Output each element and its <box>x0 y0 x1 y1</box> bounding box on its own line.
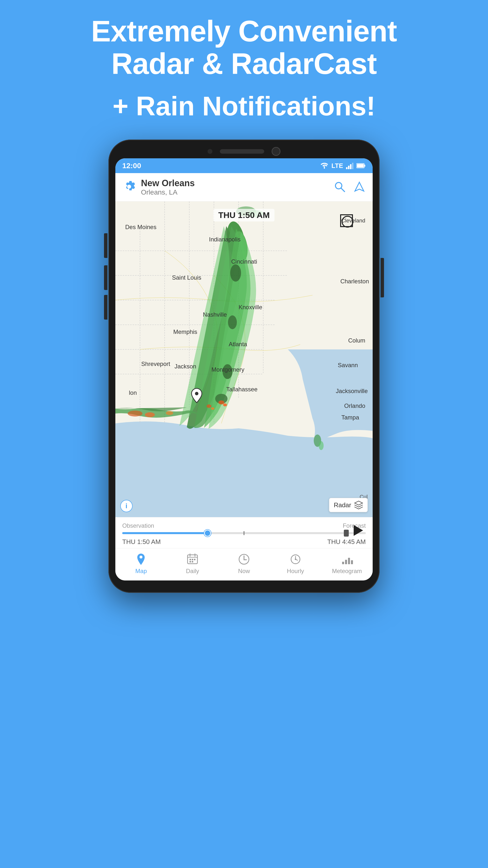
svg-rect-54 <box>342 562 344 564</box>
svg-rect-49 <box>192 561 193 562</box>
svg-point-28 <box>218 400 224 404</box>
navigation-icon <box>353 180 366 193</box>
layers-icon <box>354 501 363 509</box>
nav-item-hourly[interactable]: Hourly <box>270 553 321 575</box>
info-icon: i <box>120 500 133 512</box>
observation-label: Observation <box>122 522 154 529</box>
map-background <box>115 202 373 517</box>
timeline-end-thumb[interactable] <box>344 530 349 536</box>
header-section: Extremely Convenient Radar & RadarCast +… <box>0 0 488 132</box>
label-lon: lon <box>129 390 137 396</box>
location-pin <box>191 388 203 404</box>
label-memphis: Memphis <box>173 329 197 335</box>
city-name: New Orleans <box>141 178 333 188</box>
label-colum: Colum <box>348 337 365 344</box>
now-nav-icon <box>237 553 251 566</box>
daily-nav-icon <box>186 553 199 566</box>
signal-icon <box>346 162 353 169</box>
hourly-nav-icon <box>289 553 302 566</box>
status-bar: 12:00 LTE <box>115 158 373 173</box>
location-button[interactable] <box>353 180 366 194</box>
timeline-divider <box>244 531 245 535</box>
phone-speaker <box>220 149 264 154</box>
timeline-thumb[interactable] <box>204 530 211 536</box>
label-jackson: Jackson <box>174 363 196 370</box>
svg-point-39 <box>342 216 353 227</box>
now-nav-label: Now <box>238 568 250 575</box>
region-name: Orleans, LA <box>141 188 333 196</box>
timeline-bar[interactable] <box>122 532 366 534</box>
svg-point-32 <box>128 410 142 416</box>
label-savann: Savann <box>338 362 358 369</box>
phone-screen: 12:00 LTE <box>115 158 373 581</box>
label-knoxville: Knoxville <box>238 304 262 311</box>
play-button[interactable] <box>351 523 366 538</box>
svg-point-24 <box>230 265 241 282</box>
svg-point-30 <box>206 404 212 408</box>
nav-item-meteogram[interactable]: Meteogram <box>321 553 373 575</box>
timeline-labels: Observation Forecast <box>122 522 366 529</box>
timeline-progress <box>122 532 207 534</box>
status-icons: LTE <box>320 162 366 169</box>
search-button[interactable] <box>333 180 346 194</box>
cleveland-marker <box>340 214 353 227</box>
svg-rect-55 <box>345 560 347 564</box>
phone-mockup: 12:00 LTE <box>108 140 380 593</box>
timeline-section: Observation Forecast THU 1:50 AM THU 4:4… <box>115 517 373 548</box>
daily-nav-label: Daily <box>186 568 199 575</box>
status-time: 12:00 <box>122 161 141 170</box>
map-area[interactable]: Des Moines Cleveland Indianapolis Cincin… <box>115 202 373 517</box>
app-header: New Orleans Orleans, LA <box>115 173 373 202</box>
label-montgomery: Montgomery <box>212 366 244 373</box>
header-icons <box>333 180 366 194</box>
svg-rect-57 <box>351 560 353 564</box>
svg-rect-2 <box>350 164 352 169</box>
svg-point-25 <box>228 315 237 329</box>
label-charleston: Charleston <box>340 278 369 285</box>
svg-point-53 <box>295 559 296 560</box>
gear-icon <box>122 180 136 193</box>
bottom-nav: Map Daily <box>115 548 373 581</box>
info-button[interactable]: i <box>120 500 133 512</box>
label-saint-louis: Saint Louis <box>172 274 201 281</box>
nav-item-now[interactable]: Now <box>218 553 270 575</box>
svg-rect-45 <box>190 559 191 560</box>
battery-icon <box>356 163 366 168</box>
label-nashville: Nashville <box>203 311 227 318</box>
phone-top-bar <box>115 147 373 156</box>
search-icon <box>333 180 346 193</box>
nav-item-daily[interactable]: Daily <box>167 553 218 575</box>
svg-rect-48 <box>190 561 191 562</box>
wifi-icon <box>320 162 329 169</box>
label-tallahassee: Tallahassee <box>226 386 258 393</box>
lte-text: LTE <box>331 162 343 169</box>
svg-point-34 <box>166 411 173 415</box>
timeline-times: THU 1:50 AM THU 4:45 AM <box>122 538 366 546</box>
label-jacksonville: Jacksonville <box>336 388 368 395</box>
nav-item-map[interactable]: Map <box>115 553 167 575</box>
map-nav-label: Map <box>135 568 147 575</box>
timeline-start-time: THU 1:50 AM <box>122 538 161 546</box>
label-cincinnati: Cincinnati <box>231 258 257 265</box>
phone-camera <box>271 147 281 156</box>
play-icon <box>354 525 363 536</box>
svg-point-40 <box>195 392 198 395</box>
svg-point-33 <box>145 412 155 417</box>
label-shreveport: Shreveport <box>141 361 170 367</box>
svg-point-31 <box>211 407 215 410</box>
timeline-end-time: THU 4:45 AM <box>327 538 366 546</box>
svg-rect-46 <box>192 559 193 560</box>
phone-container: 12:00 LTE <box>0 140 488 593</box>
svg-rect-1 <box>348 166 350 169</box>
meteogram-nav-icon <box>340 553 353 566</box>
title-line1: Extremely Convenient <box>91 14 397 48</box>
svg-rect-47 <box>194 559 195 560</box>
label-atlanta: Atlanta <box>229 341 247 348</box>
label-indianapolis: Indianapolis <box>209 236 240 243</box>
settings-button[interactable] <box>122 180 136 194</box>
svg-rect-6 <box>357 164 364 167</box>
radar-button[interactable]: Radar <box>329 498 368 512</box>
title-line2: Radar & RadarCast <box>111 47 377 80</box>
label-des-moines: Des Moines <box>125 224 157 230</box>
label-orlando: Orlando <box>344 402 365 409</box>
